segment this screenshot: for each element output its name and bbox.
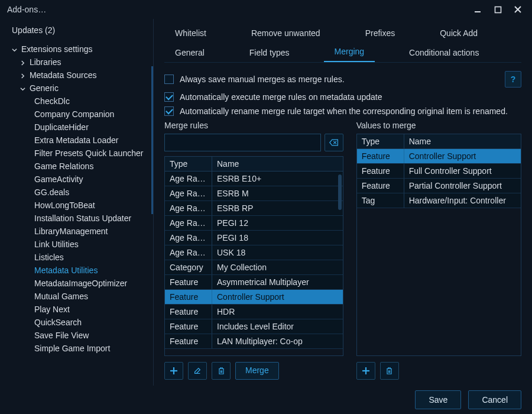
sidebar-item-generic[interactable]: Mutual Games: [0, 290, 152, 303]
sidebar-item-generic[interactable]: QuickSearch: [0, 316, 152, 329]
table-row[interactable]: FeatureController Support: [165, 290, 343, 305]
table-row[interactable]: Age RatingPEGI 12: [165, 216, 343, 231]
tabs-row-2: GeneralField typesMergingConditional act…: [164, 43, 521, 63]
sidebar-item-generic[interactable]: GameActivity: [0, 173, 152, 186]
cell-type: Age Rating: [165, 231, 212, 245]
cell-type: Feature: [165, 305, 212, 319]
table-row[interactable]: Age RatingESRB RP: [165, 201, 343, 216]
tab[interactable]: Prefixes: [355, 25, 406, 43]
table-row[interactable]: Age RatingESRB M: [165, 186, 343, 201]
delete-rule-button[interactable]: [212, 362, 231, 380]
table-row[interactable]: FeatureLAN Multiplayer: Co-op: [165, 334, 343, 349]
sidebar-updates[interactable]: Updates (2): [0, 24, 152, 37]
sidebar-item-generic[interactable]: GG.deals: [0, 186, 152, 199]
tab[interactable]: General: [164, 44, 215, 62]
option-label: Automatically execute merge rules on met…: [180, 92, 382, 102]
cell-name: Includes Level Editor: [212, 319, 343, 334]
table-row[interactable]: FeatureIncludes Level Editor: [165, 319, 343, 334]
add-rule-button[interactable]: [164, 362, 183, 380]
values-table[interactable]: Type Name FeatureController SupportFeatu…: [356, 134, 521, 356]
chevron-down-icon: [20, 83, 27, 93]
tab[interactable]: Conditional actions: [398, 44, 489, 62]
cell-type: Age Rating: [165, 216, 212, 230]
cell-type: Feature: [165, 319, 212, 334]
table-row[interactable]: Age RatingPEGI 18: [165, 231, 343, 245]
checkbox[interactable]: [164, 92, 174, 102]
table-row[interactable]: FeatureController Support: [357, 149, 521, 164]
tab[interactable]: Whitelist: [164, 25, 217, 43]
table-row[interactable]: CategoryMy Collection: [165, 260, 343, 275]
sidebar-item-generic[interactable]: Company Companion: [0, 108, 152, 121]
cancel-button[interactable]: Cancel: [468, 390, 521, 409]
help-button[interactable]: ?: [505, 71, 521, 88]
table-row[interactable]: TagHardware/Input: Controller: [357, 193, 521, 208]
cell-name: USK 18: [212, 245, 343, 260]
chevron-right-icon: [20, 70, 27, 80]
merge-rules-table[interactable]: Type Name Age RatingESRB E10+Age RatingE…: [164, 156, 343, 356]
maximize-button[interactable]: [491, 2, 505, 17]
sidebar-item-generic[interactable]: Play Next: [0, 303, 152, 316]
option-save-manual-merges[interactable]: Always save manual merges as merge rules…: [164, 75, 345, 84]
sidebar-generic[interactable]: Generic: [0, 82, 152, 95]
sidebar-libraries[interactable]: Libraries: [0, 56, 152, 69]
content-pane: WhitelistRemove unwantedPrefixesQuick Ad…: [154, 19, 532, 386]
table-row[interactable]: FeatureHDR: [165, 305, 343, 319]
option-label: Automatically rename merge rule target w…: [180, 106, 508, 116]
cell-name: ESRB RP: [212, 201, 343, 215]
tab[interactable]: Quick Add: [429, 25, 488, 43]
sidebar-item-generic[interactable]: LibraryManagement: [0, 225, 152, 238]
sidebar-item-label: Libraries: [30, 57, 61, 67]
save-button[interactable]: Save: [415, 390, 461, 409]
sidebar-item-generic[interactable]: Game Relations: [0, 160, 152, 173]
sidebar-extensions-settings[interactable]: Extensions settings: [0, 43, 152, 56]
close-button[interactable]: [511, 2, 525, 17]
sidebar-item-generic[interactable]: Simple Game Import: [0, 342, 152, 355]
option-auto-execute[interactable]: Automatically execute merge rules on met…: [164, 92, 521, 102]
sidebar-item-generic[interactable]: Listicles: [0, 251, 152, 264]
cell-type: Category: [165, 260, 212, 274]
sidebar-item-generic[interactable]: Link Utilities: [0, 238, 152, 251]
table-row[interactable]: FeatureFull Controller Support: [357, 164, 521, 179]
column-header-type[interactable]: Type: [357, 134, 404, 148]
column-header-name[interactable]: Name: [404, 134, 521, 148]
checkbox[interactable]: [164, 106, 174, 116]
chevron-right-icon: [20, 57, 27, 67]
column-header-type[interactable]: Type: [165, 157, 212, 171]
delete-value-button[interactable]: [380, 362, 399, 380]
tab[interactable]: Merging: [324, 43, 375, 62]
table-row[interactable]: FeaturePartial Controller Support: [357, 179, 521, 193]
panel-title: Values to merge: [356, 121, 521, 130]
sidebar-item-generic[interactable]: Extra Metadata Loader: [0, 134, 152, 147]
table-row[interactable]: FeatureAsymmetrical Multiplayer: [165, 275, 343, 290]
sidebar-item-generic[interactable]: MetadataImageOptimizer: [0, 277, 152, 290]
sidebar-item-generic[interactable]: Save File View: [0, 329, 152, 342]
minimize-button[interactable]: [471, 2, 485, 17]
clear-search-button[interactable]: [325, 134, 343, 151]
add-value-button[interactable]: [356, 362, 375, 380]
cell-name: PEGI 12: [212, 216, 343, 230]
cell-type: Tag: [357, 193, 404, 208]
sidebar-item-generic[interactable]: DuplicateHider: [0, 121, 152, 134]
sidebar-item-generic[interactable]: HowLongToBeat: [0, 199, 152, 212]
sidebar-metadata-sources[interactable]: Metadata Sources: [0, 69, 152, 82]
table-row[interactable]: Age RatingUSK 18: [165, 245, 343, 260]
merge-button[interactable]: Merge: [235, 362, 279, 380]
cell-type: Age Rating: [165, 172, 212, 186]
table-row[interactable]: Age RatingESRB E10+: [165, 172, 343, 186]
option-auto-rename[interactable]: Automatically rename merge rule target w…: [164, 106, 521, 116]
merge-rules-search-input[interactable]: [164, 134, 321, 151]
tab[interactable]: Remove unwanted: [241, 25, 331, 43]
sidebar-item-generic[interactable]: Metadata Utilities: [0, 264, 152, 277]
sidebar-item-generic[interactable]: Installation Status Updater: [0, 212, 152, 225]
cell-type: Feature: [165, 290, 212, 304]
edit-rule-button[interactable]: [188, 362, 207, 380]
checkbox[interactable]: [164, 75, 174, 84]
tab[interactable]: Field types: [239, 44, 300, 62]
values-to-merge-panel: Values to merge Type Name FeatureControl…: [356, 121, 521, 380]
dialog-footer: Save Cancel: [0, 386, 532, 414]
column-header-name[interactable]: Name: [212, 157, 343, 171]
cell-type: Age Rating: [165, 201, 212, 215]
sidebar-item-generic[interactable]: CheckDlc: [0, 95, 152, 108]
cell-type: Age Rating: [165, 186, 212, 200]
sidebar-item-generic[interactable]: Filter Presets Quick Launcher: [0, 147, 152, 160]
